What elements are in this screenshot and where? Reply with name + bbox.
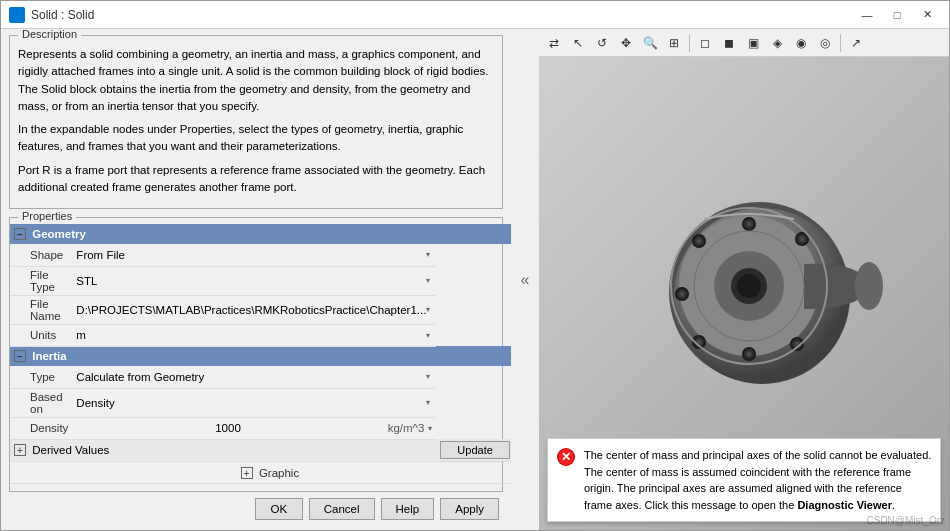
file-type-dropdown-icon: ▾ (426, 276, 430, 285)
main-content: Description Represents a solid combining… (1, 29, 949, 530)
based-on-value[interactable]: Density ▾ (72, 388, 436, 417)
tb-swap-button[interactable]: ⇄ (543, 32, 565, 54)
app-icon (9, 7, 25, 23)
svg-point-12 (675, 287, 689, 301)
error-link[interactable]: Diagnostic Viewer (797, 499, 892, 511)
graphic-cell: + Graphic (10, 462, 511, 484)
watermark: CSDN@Mist_Orz (867, 515, 946, 526)
description-text: Represents a solid combining a geometry,… (18, 46, 494, 196)
viewport-toolbar: ⇄ ↖ ↺ ✥ 🔍 ⊞ ◻ ◼ ▣ ◈ ◉ ◎ ↗ (539, 29, 949, 57)
tb-view6-button[interactable]: ◎ (814, 32, 836, 54)
type-value[interactable]: Calculate from Geometry ▾ (72, 366, 436, 388)
density-label: Density (10, 417, 72, 439)
right-panel: ⇄ ↖ ↺ ✥ 🔍 ⊞ ◻ ◼ ▣ ◈ ◉ ◎ ↗ (539, 29, 949, 530)
inertia-group-label: Inertia (32, 350, 67, 362)
density-unit: kg/m^3 (384, 422, 429, 434)
type-dropdown-icon: ▾ (426, 372, 430, 381)
error-text: The center of mass and principal axes of… (584, 447, 932, 513)
tb-zoom-button[interactable]: 🔍 (639, 32, 661, 54)
file-name-dropdown-icon: ▾ (426, 305, 430, 314)
density-dropdown-icon: ▾ (428, 424, 436, 433)
tb-view5-button[interactable]: ◉ (790, 32, 812, 54)
derived-values-row: + Derived Values Update (10, 439, 511, 462)
derived-values-update-cell: Update (436, 439, 511, 462)
inertia-collapse-icon: − (14, 350, 26, 362)
description-para-3: Port R is a frame port that represents a… (18, 162, 494, 197)
shape-dropdown-icon: ▾ (426, 250, 430, 259)
title-bar: Solid : Solid — □ ✕ (1, 1, 949, 29)
tb-cursor-button[interactable]: ↖ (567, 32, 589, 54)
svg-point-13 (692, 234, 706, 248)
svg-point-6 (742, 217, 756, 231)
description-legend: Description (18, 29, 81, 40)
tb-pan-button[interactable]: ✥ (615, 32, 637, 54)
units-value[interactable]: m ▾ (72, 324, 436, 346)
svg-point-10 (742, 347, 756, 361)
derived-values-cell: + Derived Values (10, 439, 436, 462)
shape-value[interactable]: From File ▾ (72, 244, 436, 266)
file-name-row: File Name D:\PROJECTS\MATLAB\Practices\R… (10, 295, 511, 324)
density-row: Density 1000 kg/m^3 ▾ (10, 417, 511, 439)
tb-view4-button[interactable]: ◈ (766, 32, 788, 54)
apply-button[interactable]: Apply (440, 498, 499, 520)
window-controls: — □ ✕ (853, 4, 941, 26)
density-value: 1000 (72, 420, 383, 436)
svg-text:✕: ✕ (561, 450, 571, 464)
units-row: Units m ▾ (10, 324, 511, 346)
main-window: Solid : Solid — □ ✕ Description Represen… (0, 0, 950, 531)
description-para-2: In the expandable nodes under Properties… (18, 121, 494, 156)
tb-extra-button[interactable]: ↗ (845, 32, 867, 54)
properties-legend: Properties (18, 210, 76, 222)
update-button[interactable]: Update (440, 441, 509, 459)
tb-rotate-button[interactable]: ↺ (591, 32, 613, 54)
geometry-group-header[interactable]: − Geometry (10, 224, 511, 244)
file-name-value[interactable]: D:\PROJECTS\MATLAB\Practices\RMKRobotics… (72, 295, 436, 324)
shape-row: Shape From File ▾ (10, 244, 511, 266)
type-row: Type Calculate from Geometry ▾ (10, 366, 511, 388)
graphic-expand-icon: + (241, 467, 253, 479)
type-label: Type (10, 366, 72, 388)
shape-label: Shape (10, 244, 72, 266)
error-icon: ✕ (556, 447, 576, 467)
tb-view1-button[interactable]: ◻ (694, 32, 716, 54)
error-tooltip[interactable]: ✕ The center of mass and principal axes … (547, 438, 941, 522)
geometry-collapse-icon: − (14, 228, 26, 240)
tb-zoom-in-button[interactable]: ⊞ (663, 32, 685, 54)
description-section: Description Represents a solid combining… (9, 35, 503, 209)
dialog-buttons: OK Cancel Help Apply (9, 492, 503, 524)
tb-view2-button[interactable]: ◼ (718, 32, 740, 54)
svg-point-5 (737, 274, 761, 298)
graphic-row: + Graphic (10, 462, 511, 484)
based-on-row: Based on Density ▾ (10, 388, 511, 417)
close-button[interactable]: ✕ (913, 4, 941, 26)
inertia-group-header[interactable]: − Inertia (10, 346, 511, 366)
tb-separator-1 (689, 34, 690, 52)
window-title: Solid : Solid (31, 8, 853, 22)
left-panel: Description Represents a solid combining… (1, 29, 511, 530)
ok-button[interactable]: OK (255, 498, 303, 520)
3d-model (604, 144, 884, 444)
file-type-value[interactable]: STL ▾ (72, 266, 436, 295)
based-on-label: Based on (10, 388, 72, 417)
maximize-button[interactable]: □ (883, 4, 911, 26)
tb-view3-button[interactable]: ▣ (742, 32, 764, 54)
properties-table: − Geometry Shape From File ▾ (10, 224, 511, 484)
3d-viewport[interactable]: ✕ The center of mass and principal axes … (539, 57, 949, 530)
help-button[interactable]: Help (381, 498, 435, 520)
description-para-1: Represents a solid combining a geometry,… (18, 46, 494, 115)
graphic-label: Graphic (259, 467, 299, 479)
file-name-label: File Name (10, 295, 72, 324)
based-on-dropdown-icon: ▾ (426, 398, 430, 407)
geometry-group-label: Geometry (32, 228, 86, 240)
svg-point-14 (855, 262, 883, 310)
units-label: Units (10, 324, 72, 346)
minimize-button[interactable]: — (853, 4, 881, 26)
properties-section: Properties − Geometry Shape From File (9, 217, 503, 492)
collapse-icon[interactable]: « (521, 271, 530, 289)
derived-expand-icon: + (14, 444, 26, 456)
density-value-cell[interactable]: 1000 kg/m^3 ▾ (72, 417, 436, 439)
units-dropdown-icon: ▾ (426, 331, 430, 340)
cancel-button[interactable]: Cancel (309, 498, 375, 520)
panel-divider[interactable]: « (511, 29, 539, 530)
file-type-row: File Type STL ▾ (10, 266, 511, 295)
